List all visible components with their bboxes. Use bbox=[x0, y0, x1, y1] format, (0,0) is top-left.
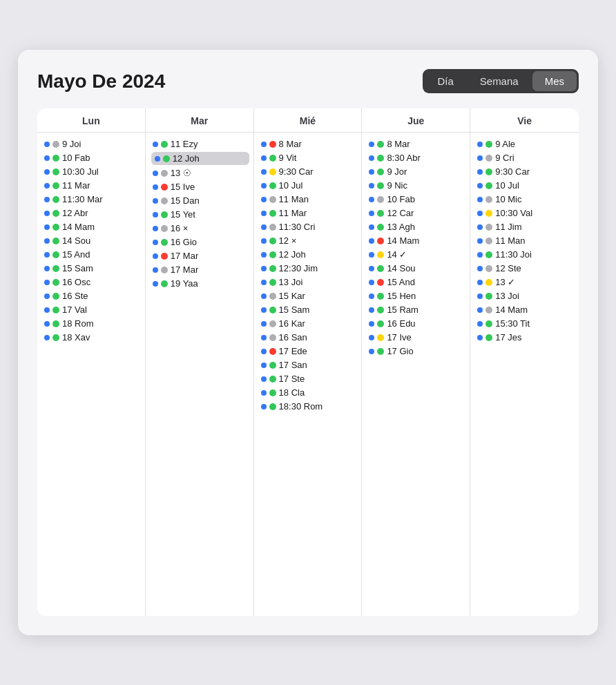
list-item[interactable]: 18 Xav bbox=[43, 331, 141, 343]
blue-dot-icon bbox=[44, 197, 50, 202]
list-item[interactable]: 13 Joi bbox=[260, 276, 358, 288]
mes-button[interactable]: Mes bbox=[532, 71, 577, 91]
list-item[interactable]: 12 Joh bbox=[151, 152, 249, 165]
mar-col: 11 Ezy12 Joh13 ☉15 Ive15 Dan15 Yet16 ×16… bbox=[146, 133, 254, 616]
list-item[interactable]: 9 Ale bbox=[476, 138, 575, 150]
list-item[interactable]: 10 Mic bbox=[476, 193, 575, 205]
list-item[interactable]: 12 Abr bbox=[43, 207, 141, 219]
list-item[interactable]: 14 Sou bbox=[43, 235, 141, 247]
list-item[interactable]: 12 Joh bbox=[260, 249, 358, 260]
blue-dot-icon bbox=[477, 155, 483, 161]
list-item[interactable]: 17 Mar bbox=[151, 264, 249, 276]
blue-dot-icon bbox=[153, 184, 158, 190]
list-item[interactable]: 15 Kar bbox=[260, 290, 358, 302]
list-item[interactable]: 15 Hen bbox=[367, 290, 465, 302]
list-item[interactable]: 16 San bbox=[260, 331, 358, 343]
list-item[interactable]: 11 Ezy bbox=[151, 138, 249, 150]
list-item[interactable]: 14 ✓ bbox=[367, 249, 465, 260]
list-item[interactable]: 17 Ede bbox=[260, 345, 358, 357]
list-item[interactable]: 15 And bbox=[367, 276, 465, 288]
list-item[interactable]: 8 Mar bbox=[260, 138, 358, 150]
event-label: 14 ✓ bbox=[387, 249, 407, 260]
event-label: 11 Jim bbox=[495, 222, 521, 232]
event-label: 14 Sou bbox=[387, 263, 415, 273]
list-item[interactable]: 12:30 Jim bbox=[260, 262, 358, 274]
green-status-icon bbox=[52, 251, 59, 258]
list-item[interactable]: 17 Ste bbox=[260, 373, 358, 385]
gray-status-icon bbox=[269, 196, 276, 203]
list-item[interactable]: 19 Yaa bbox=[151, 278, 249, 289]
event-label: 17 Ste bbox=[279, 374, 305, 384]
list-item[interactable]: 11 Man bbox=[260, 193, 358, 205]
list-item[interactable]: 14 Mam bbox=[476, 304, 575, 316]
list-item[interactable]: 11 Mar bbox=[260, 207, 358, 219]
semana-button[interactable]: Semana bbox=[468, 71, 531, 91]
list-item[interactable]: 13 Joi bbox=[476, 290, 575, 302]
event-label: 18 Cla bbox=[279, 387, 305, 398]
dia-button[interactable]: Día bbox=[425, 71, 465, 91]
list-item[interactable]: 15:30 Tit bbox=[476, 318, 575, 329]
list-item[interactable]: 10 Jul bbox=[260, 180, 358, 191]
list-item[interactable]: 15 Yet bbox=[151, 209, 249, 220]
list-item[interactable]: 11:30 Cri bbox=[260, 221, 358, 233]
list-item[interactable]: 15 Sam bbox=[43, 262, 141, 274]
list-item[interactable]: 13 Agh bbox=[367, 221, 465, 233]
event-label: 15 And bbox=[62, 249, 90, 260]
list-item[interactable]: 16 Edu bbox=[367, 318, 465, 329]
list-item[interactable]: 11 Jim bbox=[476, 221, 575, 233]
list-item[interactable]: 8 Mar bbox=[367, 138, 465, 150]
list-item[interactable]: 15 Dan bbox=[151, 195, 249, 206]
list-item[interactable]: 10 Fab bbox=[43, 152, 141, 164]
event-label: 11:30 Mar bbox=[62, 194, 103, 204]
list-item[interactable]: 14 Mam bbox=[367, 235, 465, 247]
list-item[interactable]: 10:30 Val bbox=[476, 207, 575, 219]
list-item[interactable]: 9 Joi bbox=[43, 138, 141, 150]
list-item[interactable]: 17 San bbox=[260, 359, 358, 371]
list-item[interactable]: 10:30 Jul bbox=[43, 166, 141, 177]
list-item[interactable]: 12 Car bbox=[367, 207, 465, 219]
list-item[interactable]: 9:30 Car bbox=[476, 166, 575, 177]
list-item[interactable]: 17 Mar bbox=[151, 250, 249, 262]
list-item[interactable]: 9 Nic bbox=[367, 180, 465, 191]
blue-dot-icon bbox=[477, 142, 483, 147]
list-item[interactable]: 18 Cla bbox=[260, 387, 358, 398]
list-item[interactable]: 16 Osc bbox=[43, 276, 141, 288]
list-item[interactable]: 17 Ive bbox=[367, 331, 465, 343]
list-item[interactable]: 17 Val bbox=[43, 304, 141, 316]
list-item[interactable]: 9 Vit bbox=[260, 152, 358, 164]
list-item[interactable]: 17 Jes bbox=[476, 331, 575, 343]
list-item[interactable]: 18 Rom bbox=[43, 318, 141, 329]
list-item[interactable]: 11 Mar bbox=[43, 180, 141, 191]
list-item[interactable]: 15 And bbox=[43, 249, 141, 260]
list-item[interactable]: 16 Ste bbox=[43, 290, 141, 302]
list-item[interactable]: 9 Jor bbox=[367, 166, 465, 177]
list-item[interactable]: 12 Ste bbox=[476, 262, 575, 274]
col-lun: Lun bbox=[37, 108, 146, 132]
list-item[interactable]: 15 Ram bbox=[367, 304, 465, 316]
list-item[interactable]: 8:30 Abr bbox=[367, 152, 465, 164]
list-item[interactable]: 13 ✓ bbox=[476, 276, 575, 288]
list-item[interactable]: 16 Kar bbox=[260, 318, 358, 329]
event-label: 17 Ive bbox=[387, 332, 411, 342]
list-item[interactable]: 15 Ive bbox=[151, 181, 249, 193]
list-item[interactable]: 11 Man bbox=[476, 235, 575, 247]
green-status-icon bbox=[485, 293, 492, 300]
list-item[interactable]: 14 Sou bbox=[367, 262, 465, 274]
list-item[interactable]: 17 Gio bbox=[367, 345, 465, 357]
yellow-status-icon bbox=[485, 210, 492, 217]
list-item[interactable]: 16 × bbox=[151, 222, 249, 234]
list-item[interactable]: 15 Sam bbox=[260, 304, 358, 316]
list-item[interactable]: 18:30 Rom bbox=[260, 401, 358, 412]
list-item[interactable]: 10 Fab bbox=[367, 193, 465, 205]
list-item[interactable]: 16 Gio bbox=[151, 236, 249, 248]
list-item[interactable]: 10 Jul bbox=[476, 180, 575, 191]
list-item[interactable]: 12 × bbox=[260, 235, 358, 247]
event-label: 16 San bbox=[279, 332, 307, 342]
list-item[interactable]: 9 Cri bbox=[476, 152, 575, 164]
list-item[interactable]: 11:30 Mar bbox=[43, 193, 141, 205]
list-item[interactable]: 14 Mam bbox=[43, 221, 141, 233]
blue-dot-icon bbox=[261, 349, 267, 354]
list-item[interactable]: 9:30 Car bbox=[260, 166, 358, 177]
list-item[interactable]: 11:30 Joi bbox=[476, 249, 575, 260]
list-item[interactable]: 13 ☉ bbox=[151, 167, 249, 179]
